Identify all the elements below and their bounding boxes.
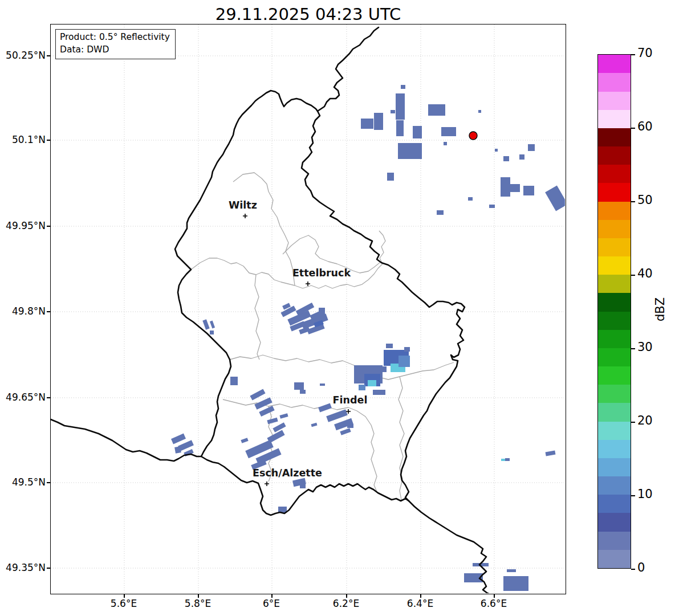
radar-cell [326, 409, 348, 422]
city-marker-icon [243, 214, 247, 218]
radar-cell [468, 197, 473, 201]
radar-cell [368, 380, 376, 386]
colorbar-tick [631, 422, 635, 423]
colorbar-tick-label: 70 [637, 46, 653, 60]
district-borders [191, 173, 454, 500]
colorbar-tick-label: 50 [637, 193, 653, 207]
colorbar-band [598, 293, 631, 311]
radar-cell [347, 424, 353, 428]
colorbar-band [598, 385, 631, 403]
radar-cell [413, 126, 422, 138]
y-axis-tick-label: 49.5°N [1, 476, 46, 488]
colorbar-band [598, 476, 631, 495]
colorbar-tick [631, 348, 635, 349]
radar-cell [387, 173, 394, 181]
colorbar-band [598, 532, 631, 550]
radar-cell [320, 384, 325, 386]
radar-cell [391, 110, 395, 113]
radar-cell [519, 154, 524, 160]
x-axis-tick-label: 5.8°E [175, 598, 221, 609]
radar-cell [404, 347, 410, 352]
radar-cell [300, 390, 306, 394]
radar-cell [318, 403, 332, 413]
colorbar-band [598, 183, 631, 201]
radar-cell [210, 331, 214, 334]
radar-cell [361, 119, 373, 129]
colorbar-band [598, 220, 631, 238]
colorbar-band [598, 128, 631, 146]
colorbar-band [598, 256, 631, 275]
radar-cell [210, 321, 215, 329]
y-axis-tick [47, 568, 50, 569]
colorbar-tick [631, 495, 635, 496]
radar-cell [319, 308, 325, 317]
colorbar-tick-label: 40 [637, 267, 653, 280]
x-axis-tick [494, 594, 495, 598]
radar-cell [398, 143, 422, 159]
radar-cell [507, 569, 516, 572]
x-axis-tick-label: 6.4°E [397, 598, 443, 609]
y-axis-tick-label: 49.95°N [1, 220, 46, 231]
radar-cell [503, 576, 528, 591]
x-axis-tick-label: 6°E [249, 598, 294, 609]
radar-cell [241, 438, 248, 443]
page-title: 29.11.2025 04:23 UTC [50, 5, 566, 24]
radar-cell [273, 422, 286, 432]
radar-map-screenshot: 29.11.2025 04:23 UTC WiltzEttelbruckFind… [0, 0, 675, 616]
radar-cell [444, 142, 447, 145]
colorbar-band [598, 312, 631, 330]
y-axis-tick-label: 49.65°N [1, 391, 46, 403]
colorbar-band [598, 92, 631, 110]
colorbar-band [598, 73, 631, 91]
radar-cell [495, 149, 498, 152]
colorbar-band [598, 110, 631, 128]
colorbar-tick [631, 201, 635, 202]
colorbar-band [598, 550, 631, 568]
x-axis-tick [124, 594, 125, 598]
radar-cell [396, 120, 404, 136]
colorbar-band [598, 146, 631, 165]
colorbar-band [598, 513, 631, 531]
colorbar-band [598, 275, 631, 293]
radar-cell [428, 104, 445, 116]
y-axis-tick-label: 50.25°N [1, 50, 46, 61]
colorbar-band [598, 366, 631, 385]
colorbar-band [598, 165, 631, 183]
y-axis-tick-label: 49.35°N [1, 562, 46, 573]
y-axis-tick [47, 140, 50, 141]
x-axis-tick-label: 6.2°E [323, 598, 369, 609]
colorbar-band [598, 202, 631, 220]
radar-cell [399, 356, 410, 367]
x-axis-tick [420, 594, 421, 598]
radar-cell [171, 434, 186, 444]
colorbar-tick-label: 10 [637, 487, 653, 501]
radar-cell [509, 184, 520, 192]
radar-reflectivity-cells [171, 85, 565, 593]
radar-cell [489, 205, 495, 208]
radar-cell [528, 144, 535, 151]
radar-cell [202, 319, 209, 329]
colorbar-band [598, 238, 631, 256]
city-label: Findel [333, 394, 368, 406]
city-marker-icon [265, 482, 269, 486]
radar-cell [501, 177, 510, 197]
city-label: Ettelbruck [292, 267, 351, 279]
radar-cell [501, 459, 506, 461]
radar-cell [374, 113, 383, 130]
radar-cell [386, 344, 393, 348]
y-axis-tick [47, 311, 50, 312]
radar-cell [359, 385, 365, 390]
radar-cell [300, 484, 306, 488]
radar-cell [523, 186, 534, 195]
colorbar-tick [631, 275, 635, 276]
colorbar [597, 54, 631, 569]
radar-cell [401, 85, 405, 89]
radar-cell [379, 366, 387, 372]
colorbar-band [598, 55, 631, 73]
national-borders [51, 27, 492, 593]
colorbar-band [598, 495, 631, 513]
colorbar-tick-label: 20 [637, 414, 653, 427]
colorbar-band [598, 403, 631, 421]
colorbar-tick-label: 0 [637, 561, 645, 574]
product-line: Product: 0.5° Reflectivity [60, 31, 170, 44]
